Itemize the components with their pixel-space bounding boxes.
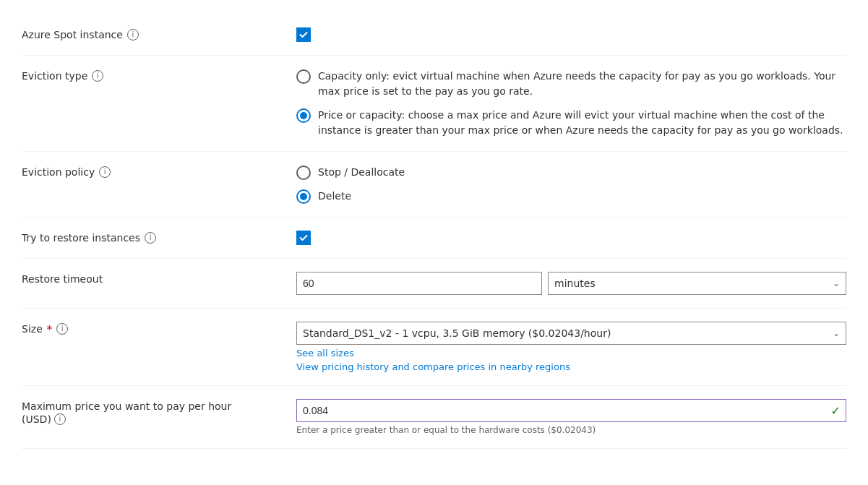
eviction-type-radio-inner: [300, 112, 307, 119]
eviction-policy-radio-delete[interactable]: [296, 189, 311, 204]
max-price-hint: Enter a price greater than or equal to t…: [296, 425, 846, 435]
restore-timeout-unit-value: minutes: [554, 278, 596, 289]
max-price-label: Maximum price you want to pay per hour (…: [22, 399, 296, 425]
size-label-text: Size: [22, 323, 43, 335]
try-restore-info-icon[interactable]: i: [145, 232, 156, 244]
eviction-type-info-icon[interactable]: i: [92, 70, 103, 82]
max-price-label-multiline: Maximum price you want to pay per hour (…: [22, 400, 231, 425]
eviction-policy-stop-text: Stop / Deallocate: [318, 165, 405, 180]
size-required-star: *: [47, 323, 52, 335]
max-price-label-text: Maximum price you want to pay per hour: [22, 400, 231, 412]
eviction-policy-radio-group: Stop / Deallocate Delete: [296, 165, 846, 204]
eviction-type-price-or-capacity-text: Price or capacity: choose a max price an…: [318, 108, 846, 138]
restore-timeout-unit-wrapper: minutes ⌄: [548, 272, 846, 295]
try-restore-checkmark-icon: [299, 233, 308, 242]
restore-timeout-input[interactable]: [296, 272, 542, 295]
eviction-type-radio-group: Capacity only: evict virtual machine whe…: [296, 69, 846, 138]
restore-timeout-chevron-icon: ⌄: [833, 278, 840, 288]
azure-spot-instance-info-icon[interactable]: i: [127, 29, 139, 40]
max-price-info-icon[interactable]: i: [54, 413, 66, 425]
size-row: Size * i Standard_DS1_v2 - 1 vcpu, 3.5 G…: [22, 309, 846, 386]
try-restore-control: [296, 231, 846, 245]
restore-timeout-row: Restore timeout minutes ⌄: [22, 259, 846, 309]
eviction-policy-label: Eviction policy i: [22, 165, 296, 178]
eviction-policy-option-stop[interactable]: Stop / Deallocate: [296, 165, 846, 180]
azure-spot-instance-label-text: Azure Spot instance: [22, 29, 123, 40]
azure-spot-instance-row: Azure Spot instance i: [22, 14, 846, 56]
size-chevron-icon: ⌄: [833, 328, 840, 338]
eviction-policy-row: Eviction policy i Stop / Deallocate Dele…: [22, 152, 846, 218]
try-restore-row: Try to restore instances i: [22, 218, 846, 259]
eviction-type-radio-price-or-capacity[interactable]: [296, 108, 311, 123]
max-price-row: Maximum price you want to pay per hour (…: [22, 386, 846, 449]
eviction-policy-control: Stop / Deallocate Delete: [296, 165, 846, 204]
try-restore-label-text: Try to restore instances: [22, 232, 140, 244]
eviction-policy-radio-inner: [300, 193, 307, 200]
restore-timeout-label-text: Restore timeout: [22, 273, 103, 285]
see-all-sizes-link[interactable]: See all sizes: [296, 348, 846, 359]
azure-spot-instance-checkbox[interactable]: [296, 27, 311, 42]
try-restore-label: Try to restore instances i: [22, 231, 296, 244]
eviction-policy-option-delete[interactable]: Delete: [296, 189, 846, 204]
size-label: Size * i: [22, 322, 296, 335]
eviction-policy-radio-stop[interactable]: [296, 166, 311, 180]
max-price-usd-text: (USD): [22, 413, 51, 425]
max-price-valid-check-icon: ✓: [831, 404, 841, 418]
eviction-type-option-price-or-capacity[interactable]: Price or capacity: choose a max price an…: [296, 108, 846, 138]
max-price-input-wrapper: ✓: [296, 399, 846, 422]
max-price-control: ✓ Enter a price greater than or equal to…: [296, 399, 846, 435]
eviction-policy-label-text: Eviction policy: [22, 166, 95, 178]
size-controls: Standard_DS1_v2 - 1 vcpu, 3.5 GiB memory…: [296, 322, 846, 372]
size-dropdown-value: Standard_DS1_v2 - 1 vcpu, 3.5 GiB memory…: [303, 327, 611, 339]
restore-timeout-label: Restore timeout: [22, 272, 296, 285]
max-price-label-usd-row: (USD) i: [22, 413, 231, 425]
eviction-type-option-capacity-only[interactable]: Capacity only: evict virtual machine whe…: [296, 69, 846, 99]
size-info-icon[interactable]: i: [56, 323, 68, 335]
eviction-type-label-text: Eviction type: [22, 70, 87, 82]
eviction-type-row: Eviction type i Capacity only: evict vir…: [22, 56, 846, 152]
eviction-policy-info-icon[interactable]: i: [99, 166, 111, 178]
eviction-type-control: Capacity only: evict virtual machine whe…: [296, 69, 846, 138]
checkmark-icon: [299, 30, 308, 39]
view-pricing-history-link[interactable]: View pricing history and compare prices …: [296, 361, 846, 372]
restore-timeout-inputs: minutes ⌄: [296, 272, 846, 295]
eviction-policy-delete-text: Delete: [318, 189, 351, 204]
restore-timeout-control: minutes ⌄: [296, 272, 846, 295]
try-restore-checkbox[interactable]: [296, 231, 311, 245]
eviction-type-radio-capacity-only[interactable]: [296, 69, 311, 84]
size-control: Standard_DS1_v2 - 1 vcpu, 3.5 GiB memory…: [296, 322, 846, 372]
size-dropdown[interactable]: Standard_DS1_v2 - 1 vcpu, 3.5 GiB memory…: [296, 322, 846, 345]
azure-spot-instance-label: Azure Spot instance i: [22, 27, 296, 40]
eviction-type-capacity-only-text: Capacity only: evict virtual machine whe…: [318, 69, 846, 99]
azure-spot-instance-control: [296, 27, 846, 42]
eviction-type-label: Eviction type i: [22, 69, 296, 82]
restore-timeout-unit-dropdown[interactable]: minutes ⌄: [548, 272, 846, 295]
max-price-input[interactable]: [296, 399, 846, 422]
